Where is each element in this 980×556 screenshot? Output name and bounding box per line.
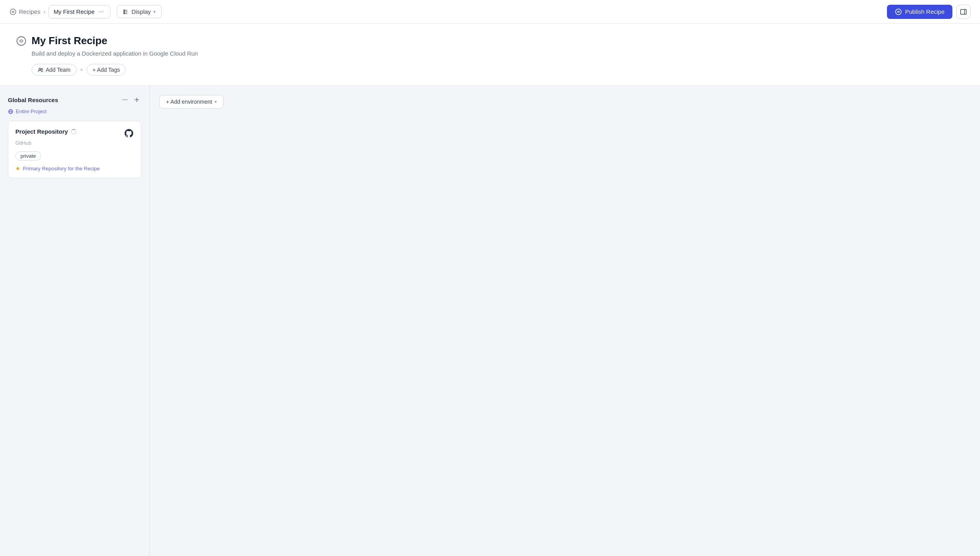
svg-point-11 (39, 68, 41, 70)
svg-point-0 (10, 9, 16, 14)
content-area: Global Resources (0, 86, 980, 556)
right-panel: + Add environment ▾ (150, 86, 980, 556)
page-actions: Add Team + Add Tags (32, 64, 964, 76)
recipe-title-icon (16, 35, 27, 47)
team-icon (37, 67, 43, 73)
recipe-breadcrumb-name: My First Recipe (54, 8, 95, 15)
publish-label: Publish Recipe (905, 8, 945, 15)
svg-point-13 (123, 99, 123, 100)
main-content: My First Recipe Build and deploy a Docke… (0, 24, 980, 556)
recipe-options-button[interactable]: ··· (97, 7, 105, 16)
svg-point-10 (17, 37, 26, 45)
page-title-row: My First Recipe (16, 35, 964, 47)
repo-card-header: Project Repository (15, 128, 134, 138)
page-title: My First Recipe (32, 35, 107, 47)
repo-subtitle: GitHub (15, 140, 134, 146)
add-icon (134, 97, 140, 103)
add-team-button[interactable]: Add Team (32, 64, 76, 76)
publish-icon (895, 8, 902, 15)
star-icon: ★ (15, 165, 20, 172)
more-icon (122, 97, 128, 103)
add-tags-label: + Add Tags (93, 67, 120, 73)
left-panel: Global Resources (0, 86, 150, 556)
navbar-right: Publish Recipe (887, 5, 971, 19)
display-label: Display (131, 8, 151, 15)
navbar-left: Recipes › My First Recipe ··· Display ▾ (9, 5, 162, 19)
display-chevron-icon: ▾ (153, 9, 156, 15)
publish-recipe-button[interactable]: Publish Recipe (887, 5, 952, 19)
globe-icon (8, 109, 13, 114)
add-env-label: + Add environment (166, 99, 212, 105)
loading-spinner (71, 129, 76, 134)
project-repository-card: Project Repository GitHub private ★ Prim… (8, 121, 142, 178)
svg-point-12 (41, 68, 43, 70)
recipe-nav-icon (9, 8, 17, 15)
entire-project-row: Entire Project (8, 108, 142, 114)
global-resources-actions (120, 95, 142, 104)
sidebar-toggle-button[interactable] (956, 5, 971, 19)
svg-rect-8 (961, 9, 966, 14)
svg-point-15 (127, 99, 127, 100)
svg-point-5 (124, 13, 125, 13)
add-env-chevron-icon: ▾ (214, 99, 217, 104)
sidebar-toggle-icon (960, 8, 967, 15)
svg-point-1 (124, 11, 125, 12)
page-header: My First Recipe Build and deploy a Docke… (0, 24, 980, 86)
display-button[interactable]: Display ▾ (117, 5, 161, 18)
add-team-label: Add Team (46, 67, 71, 73)
svg-point-14 (125, 99, 125, 100)
svg-point-3 (124, 9, 125, 10)
repo-title: Project Repository (15, 128, 68, 135)
private-badge: private (15, 151, 41, 160)
global-resources-more-button[interactable] (120, 95, 130, 104)
page-subtitle: Build and deploy a Dockerized applicatio… (32, 50, 964, 57)
recipes-breadcrumb-label: Recipes (19, 8, 40, 15)
breadcrumb-recipes[interactable]: Recipes (9, 8, 40, 15)
primary-repo-row: ★ Primary Repository for the Recipe (15, 165, 134, 172)
global-resources-add-button[interactable] (132, 95, 142, 104)
github-icon (124, 128, 134, 138)
repo-card-title-row: Project Repository (15, 128, 76, 135)
navbar: Recipes › My First Recipe ··· Display ▾ (0, 0, 980, 24)
display-icon (123, 9, 129, 15)
add-tags-button[interactable]: + Add Tags (87, 64, 126, 76)
global-resources-header: Global Resources (8, 95, 142, 104)
svg-point-7 (896, 9, 901, 14)
separator-dot (80, 69, 83, 71)
entire-project-label: Entire Project (16, 108, 47, 114)
primary-repo-text: Primary Repository for the Recipe (23, 166, 100, 172)
global-resources-title: Global Resources (8, 97, 58, 103)
breadcrumb-chevron: › (43, 9, 45, 15)
add-environment-button[interactable]: + Add environment ▾ (159, 95, 224, 108)
recipe-breadcrumb-pill[interactable]: My First Recipe ··· (48, 5, 111, 19)
